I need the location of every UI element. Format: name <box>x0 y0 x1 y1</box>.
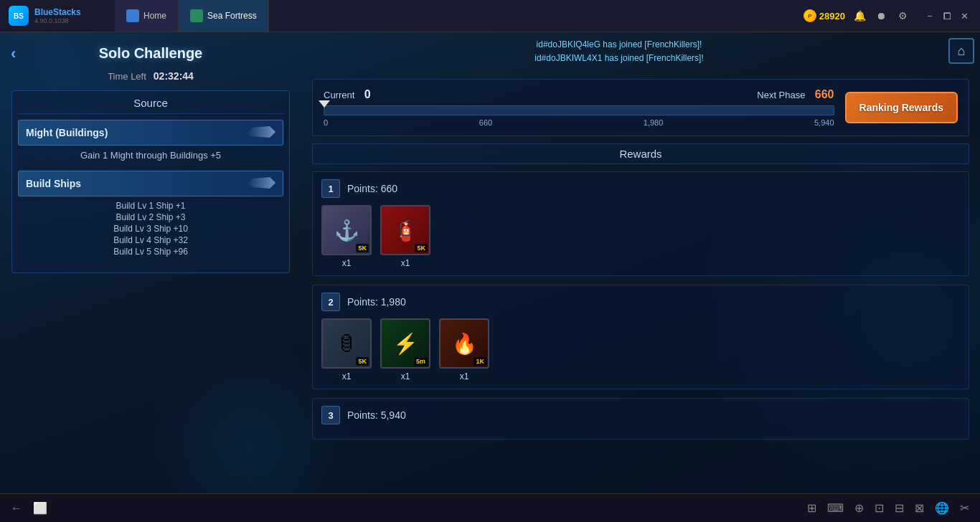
source-item-build-ships: Build Ships Build Lv 1 Ship +1 Build Lv … <box>18 171 283 261</box>
system-bar-left: ← ⬜ <box>11 501 47 515</box>
record-icon[interactable]: ⏺ <box>874 9 888 23</box>
ship-entry-1: Build Lv 1 Ship +1 <box>25 201 276 211</box>
tab-sea-fortress-label: Sea Fortress <box>207 11 257 21</box>
notification-bell-icon[interactable]: 🔔 <box>852 9 867 23</box>
build-ships-title: Build Ships <box>26 178 241 189</box>
time-left-label: Time Left <box>108 71 146 82</box>
reward-tier-1: 1 Points: 660 ⚓ 5K x1 🧯 <box>312 171 969 276</box>
current-label: Current <box>324 90 354 100</box>
next-phase-label: Next Phase <box>757 90 805 100</box>
title-bar-right: P 28920 🔔 ⏺ ⚙ − ⧠ ✕ <box>795 9 980 23</box>
might-buildings-header[interactable]: Might (Buildings) <box>18 120 283 146</box>
grid-icon[interactable]: ⊞ <box>807 501 816 515</box>
reward-icon-canister: 🧯 5K <box>380 205 430 255</box>
coin-amount: 28920 <box>819 11 845 22</box>
reward-badge-5k-1: 5K <box>356 244 369 252</box>
left-panel: ‹ Solo Challenge Time Left 02:32:44 Sour… <box>0 32 301 522</box>
game-tab-icon <box>190 9 203 22</box>
tab-sea-fortress[interactable]: Sea Fortress <box>179 0 269 32</box>
ship-silhouette-1 <box>247 125 275 139</box>
progress-bar-container <box>324 105 834 115</box>
restore-button[interactable]: ⧠ <box>940 9 954 23</box>
milestone-3: 5,940 <box>814 118 834 127</box>
milestone-0: 0 <box>324 118 328 127</box>
close-button[interactable]: ✕ <box>957 9 971 23</box>
progress-info: Current 0 Next Phase 660 0 <box>324 88 834 127</box>
progress-milestones: 0 660 1,980 5,940 <box>324 118 834 127</box>
reward-badge-5m: 5m <box>414 357 428 366</box>
home-tab-icon <box>126 9 139 22</box>
reward-tier-3: 3 Points: 5,940 <box>312 398 969 440</box>
scissors-icon[interactable]: ✂ <box>960 501 969 515</box>
might-buildings-icon <box>247 125 275 141</box>
keyboard-icon[interactable]: ⌨ <box>827 501 844 515</box>
app-info: BS BlueStacks 4.90.0.1038 <box>0 6 115 26</box>
back-button[interactable]: ‹ <box>11 44 16 63</box>
tier-2-number: 2 <box>321 293 340 311</box>
location-icon[interactable]: 🌐 <box>935 501 949 515</box>
ship-entry-4: Build Lv 4 Ship +32 <box>25 235 276 245</box>
tier-1-points: Points: 660 <box>347 183 397 194</box>
source-section: Source Might (Buildings) Gain 1 Might th… <box>11 90 290 273</box>
screen-icon[interactable]: ⊡ <box>875 501 884 515</box>
coin-display: P 28920 <box>804 9 845 22</box>
home-icon: ⌂ <box>958 44 966 59</box>
reward-badge-5k-2: 5K <box>415 244 428 252</box>
add-icon[interactable]: ⊕ <box>854 501 864 515</box>
reward-badge-1k: 1K <box>473 357 486 366</box>
coin-icon: P <box>804 9 816 22</box>
source-item-might-buildings: Might (Buildings) Gain 1 Might through B… <box>18 120 283 165</box>
ship-entry-3: Build Lv 3 Ship +10 <box>25 224 276 234</box>
back-nav-icon[interactable]: ← <box>11 502 22 515</box>
home-icon-button[interactable]: ⌂ <box>948 38 974 64</box>
tier-1-items: ⚓ 5K x1 🧯 5K x1 <box>321 205 960 268</box>
window-controls: − ⧠ ✕ <box>923 9 971 23</box>
game-area: ‹ Solo Challenge Time Left 02:32:44 Sour… <box>0 32 980 522</box>
panel-header: ‹ Solo Challenge <box>0 39 301 67</box>
reward-count-5: x1 <box>460 371 469 381</box>
current-label-group: Current 0 <box>324 88 371 101</box>
home-nav-icon[interactable]: ⬜ <box>33 501 47 515</box>
fullscreen-icon[interactable]: ⊠ <box>915 501 924 515</box>
right-panel: id#doJBKIQ4leG has joined [FrenchKillers… <box>301 32 980 522</box>
panel-title: Solo Challenge <box>14 45 287 62</box>
settings-gear-icon[interactable]: ⚙ <box>895 9 910 23</box>
reward-item-canister: 🧯 5K x1 <box>380 205 430 268</box>
reward-count-4: x1 <box>401 371 410 381</box>
tabs-bar: Home Sea Fortress <box>115 0 795 32</box>
rewards-title: Rewards <box>312 143 969 164</box>
rewards-section[interactable]: Rewards 1 Points: 660 ⚓ 5K x1 <box>312 143 969 515</box>
tier-1-number: 1 <box>321 179 340 198</box>
tier-2-points: Points: 1,980 <box>347 296 406 308</box>
current-value: 0 <box>364 88 371 100</box>
ranking-rewards-button[interactable]: Ranking Rewards <box>845 92 958 123</box>
tab-home[interactable]: Home <box>115 0 179 32</box>
app-name: BlueStacks <box>34 7 81 17</box>
title-bar: BS BlueStacks 4.90.0.1038 Home Sea Fortr… <box>0 0 980 32</box>
next-phase-label-group: Next Phase 660 <box>757 88 834 101</box>
reward-item-speed: ⚡ 5m x1 <box>380 318 430 381</box>
expand-icon[interactable]: ⊟ <box>895 501 904 515</box>
notification-banner: id#doJBKIQ4leG has joined [FrenchKillers… <box>301 38 937 65</box>
ship-list: Build Lv 1 Ship +1 Build Lv 2 Ship +3 Bu… <box>18 196 283 261</box>
build-ships-header[interactable]: Build Ships <box>18 171 283 196</box>
reward-icon-fire: 🔥 1K <box>439 318 489 369</box>
reward-item-anchor: ⚓ 5K x1 <box>321 205 372 268</box>
ship-silhouette-2 <box>247 176 275 190</box>
minimize-button[interactable]: − <box>923 9 937 23</box>
tier-2-header: 2 Points: 1,980 <box>321 293 960 311</box>
app-version: 4.90.0.1038 <box>34 17 81 24</box>
reward-count-3: x1 <box>342 371 352 381</box>
ship-entry-2: Build Lv 2 Ship +3 <box>25 212 276 222</box>
tier-3-number: 3 <box>321 406 340 424</box>
notif-line-2: id#doJBKIWL4X1 has joined [FrenchKillers… <box>301 52 937 65</box>
reward-badge-5k-3: 5K <box>356 357 369 366</box>
might-buildings-desc: Gain 1 Might through Buildings +5 <box>18 146 283 165</box>
milestone-1: 660 <box>479 118 492 127</box>
system-bar-right: ⊞ ⌨ ⊕ ⊡ ⊟ ⊠ 🌐 ✂ <box>807 501 969 515</box>
tier-3-points: Points: 5,940 <box>347 409 406 421</box>
progress-pointer-icon <box>319 100 330 108</box>
reward-icon-anchor: ⚓ 5K <box>321 205 372 255</box>
notif-line-1: id#doJBKIQ4leG has joined [FrenchKillers… <box>301 38 937 52</box>
reward-item-tub: 🛢 5K x1 <box>321 318 372 381</box>
